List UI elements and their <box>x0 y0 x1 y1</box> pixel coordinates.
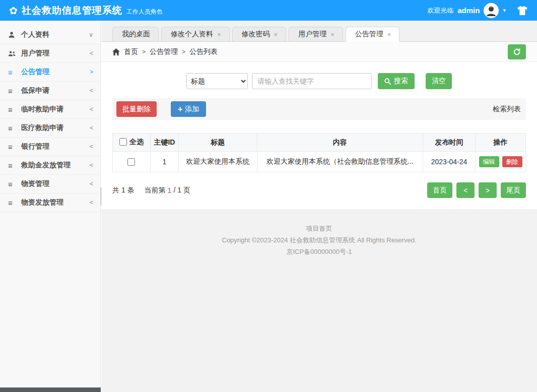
chevron-right-icon: > <box>90 69 93 76</box>
chevron-left-icon: < <box>90 124 93 132</box>
app-window: ✿ 社会救助信息管理系统 工作人员角色 欢迎光临 admin ▾ <box>0 0 537 392</box>
column-header-title: 标题 <box>178 134 257 152</box>
sidebar-scrollbar[interactable] <box>0 387 101 392</box>
pagination-buttons: 首页 < > 尾页 <box>427 182 526 198</box>
welcome-text: 欢迎光临 <box>427 6 453 15</box>
pagination-total: 共 1 条 <box>112 186 135 195</box>
breadcrumb: 首页 > 公告管理 > 公告列表 <box>101 42 537 62</box>
search-button[interactable]: 搜索 <box>378 73 415 89</box>
avatar[interactable] <box>484 3 499 18</box>
sidebar-item-label: 物资发放管理 <box>21 198 63 207</box>
sidebar-item-materials[interactable]: ≡ 物资管理 < <box>0 175 100 193</box>
add-button[interactable]: + 添加 <box>171 101 206 117</box>
footer-copyright: Copyright ©2023-2024 社会救助信息管理系统 All Righ… <box>101 235 537 246</box>
sidebar-item-medical-aid-apply[interactable]: ≡ 医疗救助申请 < <box>0 119 100 138</box>
close-icon[interactable]: × <box>274 31 278 38</box>
row-title-cell: 欢迎大家使用本系统 <box>178 152 257 172</box>
tab-change-password[interactable]: 修改密码 × <box>232 27 287 42</box>
tab-edit-profile[interactable]: 修改个人资料 × <box>161 27 230 42</box>
chevron-left-icon: < <box>90 106 93 113</box>
chevron-left-icon: < <box>90 143 93 150</box>
chevron-left-icon: < <box>90 162 93 169</box>
search-input[interactable] <box>252 73 372 89</box>
pagination-current-label: 当前第 <box>145 186 166 195</box>
close-icon[interactable]: × <box>217 31 221 38</box>
sidebar-item-label: 银行管理 <box>21 142 49 151</box>
column-header-content: 内容 <box>257 134 423 152</box>
clear-button[interactable]: 清空 <box>426 73 452 89</box>
breadcrumb-separator: > <box>142 48 146 55</box>
chevron-left-icon: < <box>90 50 93 57</box>
tab-announcement-management[interactable]: 公告管理 × <box>346 27 400 42</box>
footer-home-link[interactable]: 项目首页 <box>101 223 537 234</box>
next-page-button[interactable]: > <box>479 182 497 198</box>
delete-button[interactable]: 删除 <box>502 156 522 167</box>
first-page-button[interactable]: 首页 <box>427 182 452 198</box>
page-footer: 项目首页 Copyright ©2023-2024 社会救助信息管理系统 All… <box>101 209 537 257</box>
sidebar-item-aid-fund[interactable]: ≡ 救助金发放管理 < <box>0 156 100 175</box>
pagination-current: 当前第 1 / 1 页 <box>145 186 190 195</box>
announcement-table: 全选 主键ID 标题 内容 发布时间 操作 <box>112 133 526 172</box>
list-icon: ≡ <box>8 105 18 114</box>
select-all-checkbox[interactable] <box>119 138 127 146</box>
sidebar-item-label: 医疗救助申请 <box>21 123 63 133</box>
sidebar-item-label: 救助金发放管理 <box>21 161 71 170</box>
plus-icon: + <box>178 105 182 113</box>
last-page-button[interactable]: 尾页 <box>501 182 526 198</box>
tab-bar: 我的桌面 修改个人资料 × 修改密码 × 用户管理 × 公告管理 × <box>101 21 537 42</box>
user-role-label: 工作人员角色 <box>126 8 163 16</box>
table-toolbar: 批量删除 + 添加 检索列表 <box>112 98 526 120</box>
sidebar-item-bank[interactable]: ≡ 银行管理 < <box>0 138 100 156</box>
footer-icp: 京ICP备00000000号-1 <box>101 246 537 257</box>
breadcrumb-announcement-mgmt[interactable]: 公告管理 <box>150 47 178 56</box>
app-title: 社会救助信息管理系统 <box>22 4 122 17</box>
main-area: 我的桌面 修改个人资料 × 修改密码 × 用户管理 × 公告管理 × <box>101 21 537 392</box>
search-field-select[interactable]: 标题 <box>186 73 248 89</box>
user-icon <box>8 31 18 38</box>
select-all-label: 全选 <box>129 138 144 147</box>
breadcrumb-current: 公告列表 <box>189 47 218 56</box>
row-select-cell <box>113 152 151 172</box>
sidebar-item-label: 临时救助申请 <box>21 105 63 114</box>
sidebar-item-announcements[interactable]: ≡ 公告管理 > <box>0 63 100 82</box>
home-icon <box>112 48 120 55</box>
topbar: ✿ 社会救助信息管理系统 工作人员角色 欢迎光临 admin ▾ <box>0 0 537 21</box>
column-header-date: 发布时间 <box>423 134 476 152</box>
table-row: 1 欢迎大家使用本系统 欢迎大家使用本系统（社会救助信息管理系统... 2023… <box>113 152 526 172</box>
pagination-pages-suffix: / 1 页 <box>173 186 190 195</box>
refresh-button[interactable] <box>508 44 526 59</box>
chevron-down-icon: ∨ <box>89 31 93 38</box>
breadcrumb-home[interactable]: 首页 <box>124 47 138 56</box>
row-checkbox[interactable] <box>127 158 135 166</box>
close-icon[interactable]: × <box>387 31 391 38</box>
table-header-row: 全选 主键ID 标题 内容 发布时间 操作 <box>113 134 526 152</box>
tab-my-desktop[interactable]: 我的桌面 <box>112 27 159 42</box>
close-icon[interactable]: × <box>330 31 334 38</box>
users-icon <box>8 50 18 57</box>
username[interactable]: admin <box>457 6 480 15</box>
tab-user-management[interactable]: 用户管理 × <box>289 27 343 42</box>
theme-tshirt-icon[interactable] <box>517 6 528 16</box>
sidebar-item-material-dispatch[interactable]: ≡ 物资发放管理 < <box>0 193 100 212</box>
sidebar-item-lowincome-apply[interactable]: ≡ 低保申请 < <box>0 82 100 100</box>
prev-page-button[interactable]: < <box>456 182 475 198</box>
list-icon: ≡ <box>8 87 18 95</box>
column-header-id: 主键ID <box>150 134 178 152</box>
batch-delete-button[interactable]: 批量删除 <box>116 101 157 117</box>
chevron-left-icon: < <box>90 180 93 187</box>
select-all-header: 全选 <box>113 134 151 152</box>
sidebar-item-temp-aid-apply[interactable]: ≡ 临时救助申请 < <box>0 100 100 119</box>
list-title: 检索列表 <box>493 105 522 114</box>
row-actions-cell: 编辑 删除 <box>476 152 526 172</box>
chevron-left-icon: < <box>90 199 93 206</box>
search-button-label: 搜索 <box>394 77 408 86</box>
sidebar-item-users[interactable]: 用户管理 < <box>0 44 100 63</box>
sidebar-item-label: 物资管理 <box>21 179 49 188</box>
sidebar-item-profile[interactable]: 个人资料 ∨ <box>0 26 100 44</box>
search-form: 标题 搜索 清空 <box>112 62 526 89</box>
column-header-actions: 操作 <box>476 134 526 152</box>
caret-down-icon[interactable]: ▾ <box>503 7 506 14</box>
refresh-icon <box>513 48 521 56</box>
edit-button[interactable]: 编辑 <box>479 156 499 167</box>
tab-label: 修改密码 <box>242 30 270 39</box>
